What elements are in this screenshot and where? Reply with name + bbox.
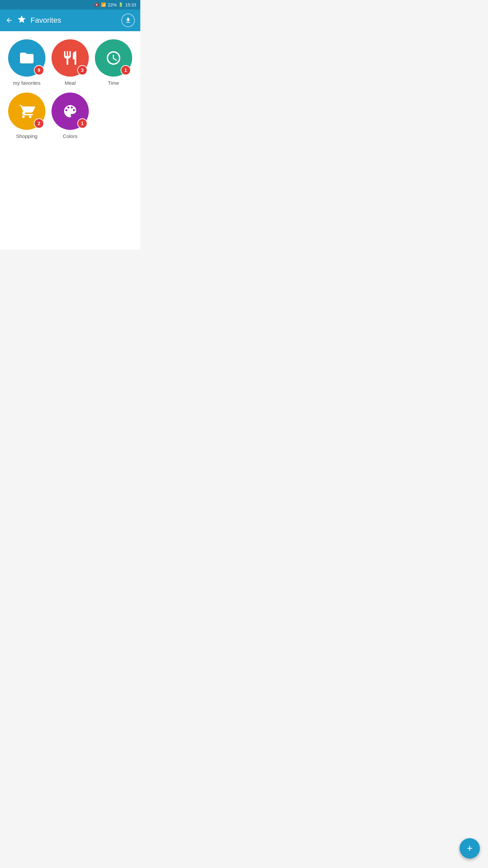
app-bar-left: Favorites <box>5 15 121 26</box>
label-shopping: Shopping <box>16 133 37 139</box>
battery-text: 22% <box>108 2 117 7</box>
time-text: 15:33 <box>125 2 136 7</box>
back-button[interactable] <box>5 17 13 24</box>
category-item-shopping[interactable]: 2 Shopping <box>8 93 45 139</box>
fork-spoon-icon <box>62 50 78 66</box>
badge-shopping: 2 <box>34 118 44 129</box>
circle-container-meal: 3 <box>52 39 89 77</box>
mute-icon: 🔇 <box>94 2 99 7</box>
app-bar-title: Favorites <box>30 16 61 25</box>
cart-icon <box>19 103 35 119</box>
circle-container-colors: 1 <box>52 93 89 130</box>
badge-colors: 1 <box>77 118 87 129</box>
app-bar-star-icon <box>17 15 26 26</box>
palette-icon <box>62 103 78 119</box>
download-button[interactable] <box>121 14 135 27</box>
main-content: 9 my favorites 3 Meal <box>0 31 140 250</box>
star-folder-icon <box>19 50 35 66</box>
label-my-favorites: my favorites <box>13 80 41 86</box>
status-bar: 🔇 📶 22% 🔋 15:33 <box>0 0 140 9</box>
circle-container-my-favorites: 9 <box>8 39 45 77</box>
circle-container-time: 1 <box>95 39 132 77</box>
favorites-grid: 9 my favorites 3 Meal <box>7 39 134 139</box>
battery-icon: 🔋 <box>118 2 123 7</box>
label-meal: Meal <box>65 80 76 86</box>
circle-container-shopping: 2 <box>8 93 45 130</box>
category-item-my-favorites[interactable]: 9 my favorites <box>8 39 45 86</box>
badge-meal: 3 <box>77 65 87 75</box>
label-colors: Colors <box>63 133 77 139</box>
status-icons: 🔇 📶 22% 🔋 15:33 <box>94 2 136 7</box>
app-bar: Favorites <box>0 9 140 31</box>
badge-time: 1 <box>121 65 131 75</box>
category-item-colors[interactable]: 1 Colors <box>52 93 89 139</box>
wifi-icon: 📶 <box>101 2 106 7</box>
badge-my-favorites: 9 <box>34 65 44 75</box>
label-time: Time <box>108 80 119 86</box>
category-item-time[interactable]: 1 Time <box>95 39 132 86</box>
category-item-meal[interactable]: 3 Meal <box>52 39 89 86</box>
clock-icon <box>105 50 122 66</box>
